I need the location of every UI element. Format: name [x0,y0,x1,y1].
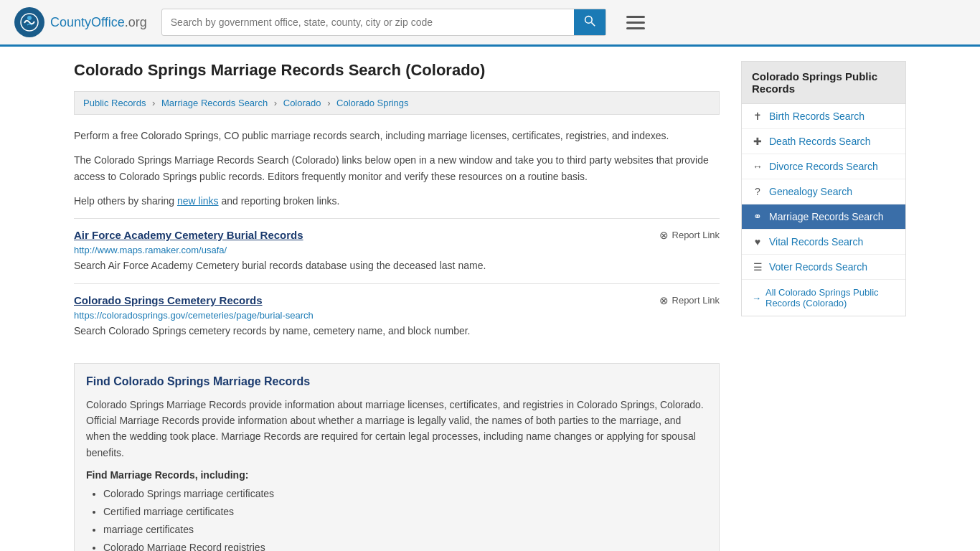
find-list-item-4: Colorado Marriage Record registries [103,540,707,551]
breadcrumb-colorado[interactable]: Colorado [283,98,321,108]
breadcrumb-sep-3: › [327,98,330,108]
sidebar-item-divorce[interactable]: ↔ Divorce Records Search [742,154,905,179]
logo-icon [14,7,44,37]
record-desc-2: Search Colorado Springs cemetery records… [74,324,720,339]
report-link-2[interactable]: ⊗ Report Link [659,294,720,307]
report-link-1[interactable]: ⊗ Report Link [659,229,720,242]
record-link-1[interactable]: Air Force Academy Cemetery Burial Record… [74,229,303,241]
breadcrumb-sep-2: › [274,98,277,108]
death-icon: ✚ [752,136,763,147]
find-list-item-2: Certified marriage certificates [103,504,707,519]
record-entry-2: Colorado Springs Cemetery Records ⊗ Repo… [74,283,720,349]
report-icon-2: ⊗ [659,294,669,307]
record-url-1[interactable]: http://www.maps.ramaker.com/usafa/ [74,245,720,255]
find-list-item-3: marriage certificates [103,522,707,537]
record-entry-1: Air Force Academy Cemetery Burial Record… [74,218,720,283]
description-1: Perform a free Colorado Springs, CO publ… [74,128,720,143]
genealogy-icon: ? [752,186,763,197]
find-list-item-1: Colorado Springs marriage certificates [103,486,707,501]
main-content: Colorado Springs Marriage Records Search… [74,61,720,551]
record-desc-1: Search Air Force Academy Cemetery burial… [74,258,720,273]
find-list: Colorado Springs marriage certificates C… [86,486,707,551]
voter-icon: ☰ [752,261,763,273]
page-title: Colorado Springs Marriage Records Search… [74,61,720,80]
marriage-icon: ⚭ [752,211,763,222]
find-section-paragraph: Colorado Springs Marriage Records provid… [86,397,707,461]
record-url-2[interactable]: https://coloradosprings.gov/cemeteries/p… [74,310,720,321]
divorce-icon: ↔ [752,161,763,172]
description-2: The Colorado Springs Marriage Records Se… [74,152,720,184]
logo-link[interactable]: CountyOffice.org [14,7,147,37]
record-header-1: Air Force Academy Cemetery Burial Record… [74,229,720,242]
main-container: Colorado Springs Marriage Records Search… [60,47,920,551]
arrow-right-icon: → [752,293,761,303]
breadcrumb: Public Records › Marriage Records Search… [74,91,720,115]
menu-button[interactable] [621,13,651,32]
logo-text: CountyOffice.org [50,15,147,30]
svg-point-2 [585,17,592,24]
find-section-title: Find Colorado Springs Marriage Records [86,375,707,388]
hamburger-icon [626,16,645,29]
vital-icon: ♥ [752,236,763,248]
sidebar: Colorado Springs Public Records ✝ Birth … [741,61,906,551]
breadcrumb-marriage-records[interactable]: Marriage Records Search [161,98,268,108]
sidebar-all-link[interactable]: → All Colorado Springs Public Records (C… [742,280,905,316]
sidebar-box: Colorado Springs Public Records ✝ Birth … [741,61,906,316]
sidebar-item-voter[interactable]: ☰ Voter Records Search [742,255,905,280]
breadcrumb-colorado-springs[interactable]: Colorado Springs [336,98,408,108]
sidebar-item-genealogy[interactable]: ? Genealogy Search [742,179,905,204]
sidebar-title: Colorado Springs Public Records [742,62,905,104]
sidebar-item-birth[interactable]: ✝ Birth Records Search [742,104,905,129]
record-link-2[interactable]: Colorado Springs Cemetery Records [74,294,263,306]
birth-icon: ✝ [752,110,763,122]
breadcrumb-sep-1: › [152,98,155,108]
svg-line-3 [591,22,595,26]
svg-point-1 [27,16,32,20]
find-subheading: Find Marriage Records, including: [86,469,707,481]
search-button[interactable] [574,9,606,35]
new-links-link[interactable]: new links [177,195,219,207]
record-header-2: Colorado Springs Cemetery Records ⊗ Repo… [74,294,720,307]
search-bar [161,9,606,36]
breadcrumb-public-records[interactable]: Public Records [83,98,146,108]
find-section: Find Colorado Springs Marriage Records C… [74,363,720,551]
sidebar-item-vital[interactable]: ♥ Vital Records Search [742,230,905,255]
sidebar-item-marriage[interactable]: ⚭ Marriage Records Search [742,204,905,230]
report-icon-1: ⊗ [659,229,669,242]
sidebar-item-death[interactable]: ✚ Death Records Search [742,129,905,154]
header: CountyOffice.org [0,0,980,47]
description-3: Help others by sharing new links and rep… [74,193,720,209]
search-input[interactable] [162,11,574,34]
